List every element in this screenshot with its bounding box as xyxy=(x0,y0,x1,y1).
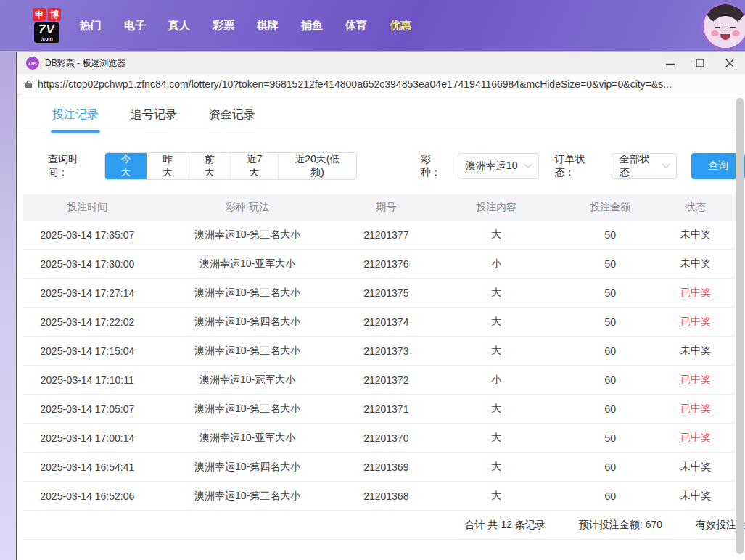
summary-total-count: 合计 共 12 条记录 xyxy=(465,519,546,532)
cell-game-play: 澳洲幸运10-第三名大小 xyxy=(152,345,344,358)
cell-bet-content: 大 xyxy=(429,228,564,242)
cell-issue-number: 21201374 xyxy=(343,316,429,328)
cell-bet-amount: 50 xyxy=(564,229,657,241)
cell-status: 未中奖 xyxy=(656,345,735,358)
nav-menu-item[interactable]: 优惠 xyxy=(390,19,411,33)
column-header: 投注时间 xyxy=(23,201,152,214)
scrollbar-thumb[interactable] xyxy=(736,98,744,554)
vertical-scrollbar[interactable] xyxy=(736,96,744,559)
cell-bet-amount: 50 xyxy=(564,316,657,328)
nav-menu-item[interactable]: 电子 xyxy=(124,19,146,33)
nav-menu-item[interactable]: 体育 xyxy=(345,19,367,33)
url-text[interactable]: https://ctop02pchwp1.zfnc84.com/lottery/… xyxy=(38,78,672,90)
browser-favicon-icon: DB xyxy=(26,57,39,70)
bet-table: 投注时间彩种-玩法期号投注内容投注金额状态 2025-03-14 17:35:0… xyxy=(23,194,735,540)
cell-issue-number: 21201371 xyxy=(343,403,429,415)
site-logo[interactable]: 申 博 7V .com xyxy=(33,8,61,43)
cell-game-play: 澳洲幸运10-第三名大小 xyxy=(152,228,344,242)
nav-menu-item[interactable]: 捕鱼 xyxy=(301,19,323,33)
nav-menu-item[interactable]: 真人 xyxy=(168,19,190,33)
cell-game-play: 澳洲幸运10-第四名大小 xyxy=(152,316,344,329)
avatar-cheek xyxy=(732,30,740,36)
cell-bet-amount: 50 xyxy=(564,287,657,299)
nav-menu-item[interactable]: 棋牌 xyxy=(257,19,279,33)
time-filter-option[interactable]: 近20天(低频) xyxy=(278,153,356,179)
cell-issue-number: 21201376 xyxy=(343,258,429,270)
cell-issue-number: 21201377 xyxy=(343,229,429,241)
cell-issue-number: 21201368 xyxy=(343,490,429,502)
table-summary-row: 合计 共 12 条记录 预计投注金额: 670 有效投注金额 xyxy=(23,511,745,540)
browser-url-bar[interactable]: https://ctop02pchwp1.zfnc84.com/lottery/… xyxy=(17,74,745,94)
user-avatar[interactable] xyxy=(701,2,745,50)
record-tab[interactable]: 资金记录 xyxy=(209,107,255,133)
table-row: 2025-03-14 17:22:02 澳洲幸运10-第四名大小 2120137… xyxy=(23,308,735,337)
time-filter-option[interactable]: 近7天 xyxy=(230,153,277,179)
cell-issue-number: 21201372 xyxy=(343,374,429,386)
time-filter-label: 查询时间： xyxy=(48,153,97,179)
chevron-down-icon xyxy=(662,160,670,168)
cell-bet-time: 2025-03-14 17:27:14 xyxy=(23,287,152,299)
cell-bet-time: 2025-03-14 16:52:06 xyxy=(23,490,152,502)
order-status-select[interactable]: 全部状态 xyxy=(612,153,677,179)
cell-bet-time: 2025-03-14 17:05:07 xyxy=(23,403,152,415)
cell-bet-time: 2025-03-14 17:30:00 xyxy=(23,258,152,270)
record-tab[interactable]: 追号记录 xyxy=(131,107,177,133)
cell-bet-amount: 50 xyxy=(564,258,657,270)
cell-game-play: 澳洲幸运10-亚军大小 xyxy=(152,432,344,445)
cell-status: 已中奖 xyxy=(656,374,735,387)
maximize-icon[interactable] xyxy=(695,58,705,68)
cell-status: 已中奖 xyxy=(656,316,735,329)
time-filter-group: 今天昨天前天近7天近20天(低频) xyxy=(104,152,357,180)
cell-bet-amount: 60 xyxy=(564,461,657,473)
time-filter-option[interactable]: 昨天 xyxy=(147,153,189,179)
cell-issue-number: 21201369 xyxy=(343,461,429,473)
table-row: 2025-03-14 17:27:14 澳洲幸运10-第三名大小 2120137… xyxy=(23,279,735,308)
time-filter-option[interactable]: 今天 xyxy=(105,153,147,179)
cell-bet-content: 小 xyxy=(429,258,564,271)
column-header: 彩种-玩法 xyxy=(152,201,344,214)
record-tabs: 投注记录追号记录资金记录 xyxy=(17,94,745,133)
lock-icon xyxy=(25,79,33,89)
table-row: 2025-03-14 17:30:00 澳洲幸运10-亚军大小 21201376… xyxy=(23,250,735,279)
table-row: 2025-03-14 16:52:06 澳洲幸运10-第三名大小 2120136… xyxy=(23,482,735,511)
cell-issue-number: 21201370 xyxy=(343,432,429,444)
logo-7v-text: 7V xyxy=(38,23,55,36)
nav-menu-item[interactable]: 彩票 xyxy=(213,19,234,33)
record-tab[interactable]: 投注记录 xyxy=(52,107,99,133)
cell-game-play: 澳洲幸运10-第三名大小 xyxy=(152,287,344,300)
cell-bet-amount: 60 xyxy=(564,490,657,502)
main-menu: 热门电子真人彩票棋牌捕鱼体育优惠 xyxy=(80,19,411,33)
close-icon[interactable] xyxy=(725,58,735,68)
cell-bet-content: 大 xyxy=(429,345,564,358)
order-status-value: 全部状态 xyxy=(620,153,659,179)
cell-game-play: 澳洲幸运10-亚军大小 xyxy=(152,258,344,271)
cell-status: 已中奖 xyxy=(656,403,735,416)
cell-issue-number: 21201373 xyxy=(343,345,429,357)
avatar-eye xyxy=(730,26,736,28)
nav-menu-item[interactable]: 热门 xyxy=(80,19,102,33)
table-header-row: 投注时间彩种-玩法期号投注内容投注金额状态 xyxy=(23,194,735,221)
time-filter-option[interactable]: 前天 xyxy=(189,153,231,179)
summary-expected-amount: 预计投注金额: 670 xyxy=(579,519,662,532)
minimize-icon[interactable] xyxy=(665,58,675,68)
cell-game-play: 澳洲幸运10-第四名大小 xyxy=(152,461,344,474)
cell-bet-time: 2025-03-14 17:15:04 xyxy=(23,345,152,357)
cell-status: 未中奖 xyxy=(656,461,735,474)
table-row: 2025-03-14 17:10:11 澳洲幸运10-冠军大小 21201372… xyxy=(23,366,735,395)
avatar-eye xyxy=(715,26,720,28)
cell-bet-content: 大 xyxy=(429,316,564,329)
cell-bet-time: 2025-03-14 17:00:14 xyxy=(23,432,152,444)
browser-title-bar[interactable]: DB DB彩票 - 极速浏览器 xyxy=(17,52,745,74)
cell-status: 已中奖 xyxy=(656,287,735,300)
cell-bet-time: 2025-03-14 17:10:11 xyxy=(23,374,152,386)
lottery-select[interactable]: 澳洲幸运10 xyxy=(458,153,539,179)
column-header: 状态 xyxy=(656,201,735,214)
chevron-down-icon xyxy=(524,160,532,168)
window-title: DB彩票 - 极速浏览器 xyxy=(45,57,665,70)
cell-issue-number: 21201375 xyxy=(343,287,429,299)
cell-bet-time: 2025-03-14 16:54:41 xyxy=(23,461,152,473)
lottery-filter-label: 彩种： xyxy=(421,153,450,179)
table-row: 2025-03-14 17:00:14 澳洲幸运10-亚军大小 21201370… xyxy=(23,424,735,453)
avatar-hair-bun xyxy=(705,3,717,13)
cell-bet-time: 2025-03-14 17:22:02 xyxy=(23,316,152,328)
